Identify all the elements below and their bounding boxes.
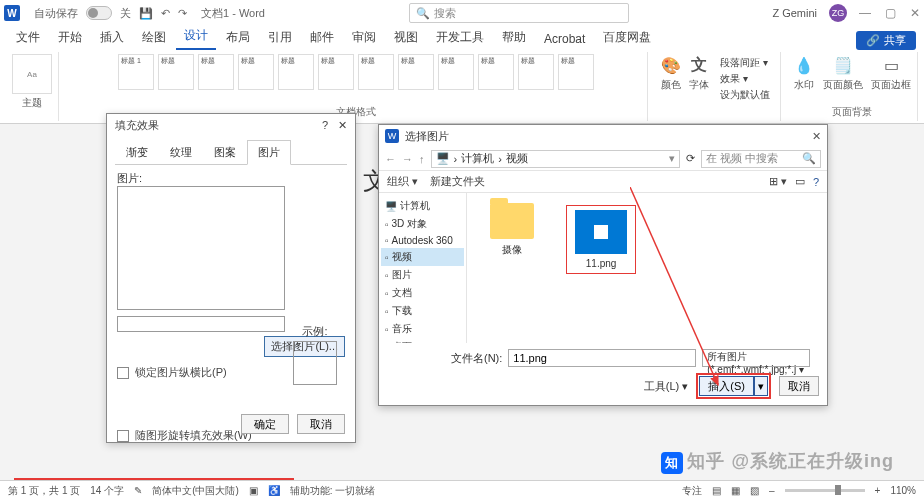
style-thumb[interactable]: 标题 xyxy=(478,54,514,90)
folder-tree[interactable]: 🖥️ 计算机 ▫ 3D 对象 ▫ Autodesk 360 ▫ 视频 ▫ 图片 … xyxy=(379,193,467,343)
tree-item-docs[interactable]: ▫ 文档 xyxy=(381,284,464,302)
tab-view[interactable]: 视图 xyxy=(386,25,426,50)
zoom-out-icon[interactable]: – xyxy=(769,485,775,496)
fill-tab-picture[interactable]: 图片 xyxy=(247,140,291,165)
organize-menu[interactable]: 组织 ▾ xyxy=(387,174,418,189)
focus-mode[interactable]: 专注 xyxy=(682,484,702,498)
tab-mailings[interactable]: 邮件 xyxy=(302,25,342,50)
file-item-selected[interactable]: 11.png xyxy=(566,205,636,274)
insert-dropdown[interactable]: ▾ xyxy=(754,376,768,396)
user-name[interactable]: Z Gemini xyxy=(772,7,817,19)
style-thumb[interactable]: 标题 xyxy=(558,54,594,90)
avatar[interactable]: ZG xyxy=(829,4,847,22)
tab-devtools[interactable]: 开发工具 xyxy=(428,25,492,50)
zoom-level[interactable]: 110% xyxy=(890,485,916,496)
tree-item-pc[interactable]: 🖥️ 计算机 xyxy=(381,197,464,215)
view-icon[interactable]: ⊞ ▾ xyxy=(769,175,787,188)
page-indicator[interactable]: 第 1 页，共 1 页 xyxy=(8,484,80,498)
cancel-button[interactable]: 取消 xyxy=(297,414,345,434)
refresh-icon[interactable]: ⟳ xyxy=(686,152,695,165)
filename-input[interactable] xyxy=(508,349,696,367)
preview-icon[interactable]: ▭ xyxy=(795,175,805,188)
page-color-button[interactable]: 🗒️页面颜色 xyxy=(823,54,863,92)
tab-help[interactable]: 帮助 xyxy=(494,25,534,50)
fill-dialog-title: 填充效果 xyxy=(115,118,159,133)
zoom-in-icon[interactable]: + xyxy=(875,485,881,496)
word-count[interactable]: 14 个字 xyxy=(90,484,124,498)
share-button[interactable]: 🔗 共享 xyxy=(856,31,916,50)
spellcheck-icon[interactable]: ✎ xyxy=(134,485,142,496)
style-thumb[interactable]: 标题 xyxy=(358,54,394,90)
language-status[interactable]: 简体中文(中国大陆) xyxy=(152,484,239,498)
minimize-icon[interactable]: — xyxy=(859,6,871,20)
close-icon[interactable]: ✕ xyxy=(910,6,920,20)
style-thumb[interactable]: 标题 1 xyxy=(118,54,154,90)
fonts-button[interactable]: 文字体 xyxy=(688,54,710,104)
style-thumb[interactable]: 标题 xyxy=(278,54,314,90)
insert-button[interactable]: 插入(S) xyxy=(699,376,754,396)
tab-design[interactable]: 设计 xyxy=(176,23,216,50)
accessibility-icon[interactable]: ♿ xyxy=(268,485,280,496)
restore-icon[interactable]: ▢ xyxy=(885,6,896,20)
tree-item-video[interactable]: ▫ 视频 xyxy=(381,248,464,266)
tab-insert[interactable]: 插入 xyxy=(92,25,132,50)
zoom-slider[interactable] xyxy=(785,489,865,492)
back-icon[interactable]: ← xyxy=(385,153,396,165)
set-default[interactable]: 设为默认值 xyxy=(720,88,770,102)
view-web-icon[interactable]: ▧ xyxy=(750,485,759,496)
breadcrumb[interactable]: 🖥️ ›计算机›视频 ▾ xyxy=(431,150,681,168)
redo-icon[interactable]: ↷ xyxy=(178,7,187,20)
view-print-icon[interactable]: ▦ xyxy=(731,485,740,496)
tree-item-autodesk[interactable]: ▫ Autodesk 360 xyxy=(381,233,464,248)
cancel-button[interactable]: 取消 xyxy=(779,376,819,396)
accessibility-status[interactable]: 辅助功能: 一切就绪 xyxy=(290,484,376,498)
tree-item-music[interactable]: ▫ 音乐 xyxy=(381,320,464,338)
fill-tab-texture[interactable]: 纹理 xyxy=(159,140,203,164)
style-thumb[interactable]: 标题 xyxy=(398,54,434,90)
style-thumb[interactable]: 标题 xyxy=(438,54,474,90)
themes-button[interactable]: Aa 主题 xyxy=(12,54,52,110)
view-readmode-icon[interactable]: ▤ xyxy=(712,485,721,496)
tree-item-3d[interactable]: ▫ 3D 对象 xyxy=(381,215,464,233)
effects-opt[interactable]: 效果 ▾ xyxy=(720,72,770,86)
style-thumb[interactable]: 标题 xyxy=(318,54,354,90)
autosave-toggle[interactable] xyxy=(86,6,112,20)
colors-button[interactable]: 🎨颜色 xyxy=(660,54,682,104)
tree-item-downloads[interactable]: ▫ 下载 xyxy=(381,302,464,320)
ok-button[interactable]: 确定 xyxy=(241,414,289,434)
fill-tab-pattern[interactable]: 图案 xyxy=(203,140,247,164)
tab-review[interactable]: 审阅 xyxy=(344,25,384,50)
style-thumb[interactable]: 标题 xyxy=(198,54,234,90)
help-icon[interactable]: ? xyxy=(813,176,819,188)
page-border-button[interactable]: ▭页面边框 xyxy=(871,54,911,92)
tree-item-pictures[interactable]: ▫ 图片 xyxy=(381,266,464,284)
close-icon[interactable]: ✕ xyxy=(812,130,821,143)
forward-icon[interactable]: → xyxy=(402,153,413,165)
tab-layout[interactable]: 布局 xyxy=(218,25,258,50)
para-spacing[interactable]: 段落间距 ▾ xyxy=(720,56,770,70)
close-icon[interactable]: ✕ xyxy=(338,119,347,132)
tab-baidu[interactable]: 百度网盘 xyxy=(595,25,659,50)
folder-item[interactable]: 摄像 xyxy=(477,203,547,257)
file-filter-select[interactable]: 所有图片(*.emf;*.wmf;*.jpg;*.j ▾ xyxy=(702,349,810,367)
style-thumb[interactable]: 标题 xyxy=(158,54,194,90)
tools-menu[interactable]: 工具(L) ▾ xyxy=(644,379,689,394)
save-icon[interactable]: 💾 xyxy=(139,7,153,20)
macro-icon[interactable]: ▣ xyxy=(249,485,258,496)
new-folder-button[interactable]: 新建文件夹 xyxy=(430,174,485,189)
autosave-label: 自动保存 xyxy=(34,6,78,21)
tab-file[interactable]: 文件 xyxy=(8,25,48,50)
style-thumb[interactable]: 标题 xyxy=(238,54,274,90)
up-icon[interactable]: ↑ xyxy=(419,153,425,165)
tab-acrobat[interactable]: Acrobat xyxy=(536,28,593,50)
file-search-input[interactable]: 在 视频 中搜索🔍 xyxy=(701,150,821,168)
tab-draw[interactable]: 绘图 xyxy=(134,25,174,50)
style-thumb[interactable]: 标题 xyxy=(518,54,554,90)
search-input[interactable]: 🔍 搜索 xyxy=(409,3,629,23)
watermark-button[interactable]: 💧水印 xyxy=(793,54,815,92)
tab-home[interactable]: 开始 xyxy=(50,25,90,50)
help-icon[interactable]: ? xyxy=(322,119,328,131)
tab-references[interactable]: 引用 xyxy=(260,25,300,50)
undo-icon[interactable]: ↶ xyxy=(161,7,170,20)
fill-tab-gradient[interactable]: 渐变 xyxy=(115,140,159,164)
